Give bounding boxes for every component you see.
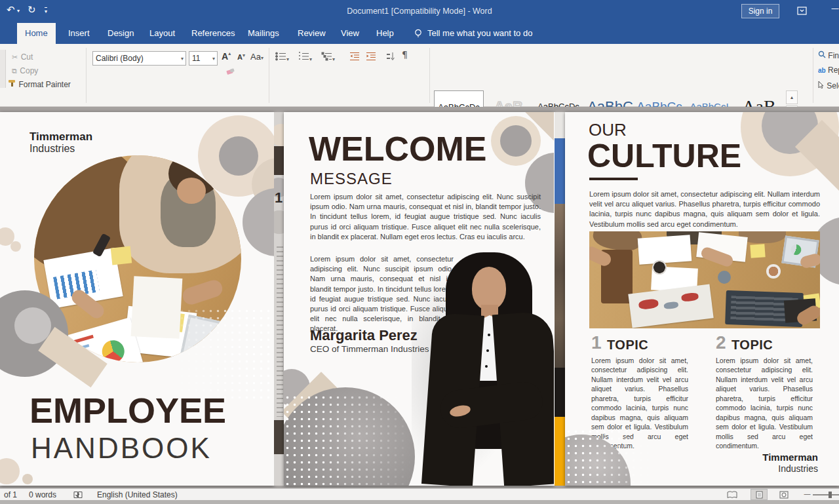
web-layout-button[interactable] [779,491,789,501]
decor-circle [274,210,284,234]
ribbon-display-options-icon[interactable] [797,6,807,17]
tab-insert[interactable]: Insert [60,23,98,44]
caret-down-icon: ▾ [332,56,335,62]
cover-subtitle: HANDBOOK [31,432,212,465]
replace-icon: ab [818,67,826,74]
cut-label: Cut [21,52,33,62]
zoom-slider-handle[interactable] [829,492,832,498]
decor-dot-grid [164,307,274,399]
photo-map-region [638,298,659,310]
tab-mailings[interactable]: Mailings [240,23,287,44]
document-canvas[interactable]: Timmerman Industries [0,107,839,488]
format-painter-label: Format Painter [18,80,70,89]
grow-font-button[interactable]: A▴ [222,51,231,62]
font-size-combo[interactable]: 11 ▾ [189,51,218,66]
font-name-combo[interactable]: Calibri (Body) ▾ [92,51,186,66]
caret-down-icon: ▾ [261,55,263,61]
page-culture[interactable]: OUR CULTURE Lorem ipsum dolor sit amet, … [565,112,839,486]
decor-circle [500,125,532,157]
zoom-out-button[interactable]: — [804,490,811,497]
background-photo-fragment [274,420,284,454]
find-button[interactable]: Find [818,50,839,62]
background-text-lines [277,246,283,417]
read-mode-button[interactable] [727,491,737,501]
show-formatting-button[interactable]: ¶ [402,50,408,59]
photo-hand [181,278,225,307]
ceo-button [486,349,489,352]
minimize-icon[interactable]: — [831,5,839,12]
photo-map-region [663,301,678,310]
decor-circle [274,124,284,146]
culture-title: CULTURE [587,137,741,175]
group-separator [813,48,813,103]
sign-in-button[interactable]: Sign in [741,4,779,18]
photo-mug [718,271,731,284]
zoom-slider-track[interactable] [813,494,839,495]
replace-button[interactable]: ab Replace [818,66,839,77]
photo-pie-chart [100,338,127,362]
copy-label: Copy [20,66,38,75]
brand-name-line2: Industries [778,463,818,474]
word-count[interactable]: 0 words [29,490,56,499]
tell-me-lightbulb-icon [413,28,423,41]
shrink-font-glyph: A [237,53,243,61]
decor-dot-grid [565,428,663,486]
multilevel-list-button[interactable]: ▾ [321,52,335,64]
page-welcome[interactable]: WELCOME MESSAGE Lorem ipsum dolor sit am… [284,112,554,486]
group-separator [86,48,87,103]
page-cover[interactable]: Timmerman Industries [0,112,274,486]
tell-me-box[interactable]: Tell me what you want to do [427,23,532,44]
tab-help[interactable]: Help [368,23,402,44]
numbering-button[interactable]: ▾ [298,52,312,64]
document-title: Document1 [Compatibility Mode] - Word [0,7,839,16]
tab-view[interactable]: View [333,23,367,44]
decor-circle [10,241,21,252]
increase-indent-button[interactable] [366,52,376,64]
shrink-font-button[interactable]: A▾ [237,53,245,61]
photo-map-paper [628,284,713,328]
paste-button-partial[interactable] [0,50,6,88]
group-separator [429,48,430,103]
cut-button[interactable]: ✂ Cut [12,50,33,62]
background-blue-fragment [555,138,565,204]
background-yellow-fragment [555,417,565,486]
change-case-glyph: Aa [250,52,261,62]
photo-coffee-cup [652,260,667,275]
font-size-value: 11 [192,54,200,63]
print-layout-button[interactable] [751,489,768,500]
background-page-strip: 1 [274,112,284,486]
format-painter-button[interactable]: Format Painter [8,78,71,90]
photo-tablet-chart [790,244,802,256]
decor-circle [243,188,274,256]
photo-map-region [681,292,699,302]
tab-layout[interactable]: Layout [142,23,183,44]
photo-sticky-note [750,244,765,258]
background-photo-fragment [555,204,565,368]
select-button[interactable]: Select [818,81,839,92]
photo-paper [638,235,692,264]
topic1-label: TOPIC [607,338,648,353]
proofing-status-icon[interactable] [73,491,83,501]
welcome-paragraph-1: Lorem ipsum dolor sit amet, consectetur … [310,192,541,242]
topic2-number: 2 [716,332,726,353]
sort-button[interactable] [385,52,396,64]
page-indicator[interactable]: of 1 [4,490,17,499]
tab-design[interactable]: Design [100,23,142,44]
language-status[interactable]: English (United States) [97,490,178,499]
decrease-indent-button[interactable] [349,52,360,64]
bullets-button[interactable]: ▾ [275,52,289,64]
font-name-value: Calibri (Body) [96,54,144,63]
clear-formatting-button[interactable] [226,66,235,78]
styles-scroll-up-icon[interactable]: ▴ [786,90,798,104]
ceo-face [472,267,506,310]
welcome-subtitle: MESSAGE [310,170,393,188]
tab-review[interactable]: Review [290,23,334,44]
grow-font-glyph: A [222,51,228,62]
find-label: Find [828,51,839,60]
photo-coffee-cup [766,264,781,279]
caret-up-icon: ▴ [228,50,231,56]
change-case-button[interactable]: Aa▾ [250,52,263,62]
tab-references[interactable]: References [184,23,243,44]
copy-button[interactable]: ⧉ Copy [12,64,38,76]
tab-home[interactable]: Home [17,23,56,44]
